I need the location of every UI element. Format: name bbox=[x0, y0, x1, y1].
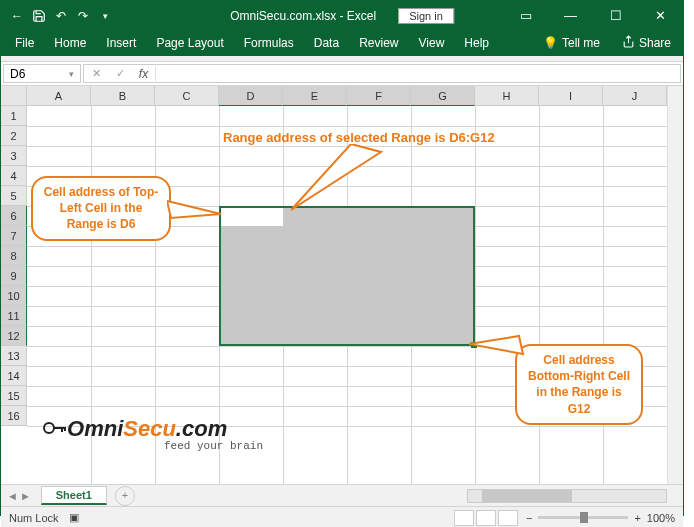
zoom-level[interactable]: 100% bbox=[647, 512, 675, 524]
active-cell bbox=[221, 208, 283, 226]
range-address-annotation: Range address of selected Range is D6:G1… bbox=[223, 130, 495, 145]
tab-page-layout[interactable]: Page Layout bbox=[146, 30, 233, 56]
formula-bar: D6 ▾ ✕ ✓ fx bbox=[1, 62, 683, 86]
col-header[interactable]: C bbox=[155, 86, 219, 106]
zoom-out-button[interactable]: − bbox=[526, 512, 532, 524]
share-button[interactable]: Share bbox=[639, 36, 671, 50]
document-title: OmniSecu.com.xlsx - Excel bbox=[230, 9, 376, 23]
status-bar: Num Lock ▣ − + 100% bbox=[1, 506, 683, 527]
row-header[interactable]: 12 bbox=[1, 326, 27, 346]
row-headers: 1 2 3 4 5 6 7 8 9 10 11 12 13 14 15 16 bbox=[1, 106, 27, 484]
col-header[interactable]: F bbox=[347, 86, 411, 106]
vertical-scrollbar[interactable] bbox=[667, 86, 683, 484]
row-header[interactable]: 15 bbox=[1, 386, 27, 406]
tab-insert[interactable]: Insert bbox=[96, 30, 146, 56]
col-header[interactable]: E bbox=[283, 86, 347, 106]
col-header[interactable]: B bbox=[91, 86, 155, 106]
share-icon bbox=[622, 35, 635, 51]
select-all-corner[interactable] bbox=[1, 86, 27, 106]
cancel-formula-icon[interactable]: ✕ bbox=[84, 67, 108, 80]
add-sheet-button[interactable]: + bbox=[115, 486, 135, 506]
sheet-next-icon[interactable]: ► bbox=[20, 490, 31, 502]
qat-dropdown-icon[interactable]: ▾ bbox=[97, 8, 113, 24]
arrow-left-icon[interactable]: ← bbox=[9, 8, 25, 24]
callout-tail-icon bbox=[291, 144, 391, 214]
bottomright-callout: Cell address Bottom-Right Cell in the Ra… bbox=[515, 344, 643, 425]
col-header[interactable]: I bbox=[539, 86, 603, 106]
row-header[interactable]: 14 bbox=[1, 366, 27, 386]
row-header[interactable]: 1 bbox=[1, 106, 27, 126]
signin-button[interactable]: Sign in bbox=[398, 8, 454, 24]
key-icon bbox=[43, 418, 67, 444]
maximize-button[interactable]: ☐ bbox=[593, 1, 638, 30]
tab-formulas[interactable]: Formulas bbox=[234, 30, 304, 56]
row-header[interactable]: 10 bbox=[1, 286, 27, 306]
zoom-in-button[interactable]: + bbox=[634, 512, 640, 524]
quick-access-toolbar: ← ↶ ↷ ▾ bbox=[1, 8, 113, 24]
view-pagelayout-button[interactable] bbox=[476, 510, 496, 526]
redo-icon[interactable]: ↷ bbox=[75, 8, 91, 24]
status-numlock: Num Lock bbox=[9, 512, 59, 524]
excel-window: ← ↶ ↷ ▾ OmniSecu.com.xlsx - Excel Sign i… bbox=[0, 0, 684, 516]
topleft-callout-text: Cell address of Top-Left Cell in the Ran… bbox=[44, 185, 158, 231]
topleft-callout: Cell address of Top-Left Cell in the Ran… bbox=[31, 176, 171, 241]
row-header[interactable]: 2 bbox=[1, 126, 27, 146]
tellme-button[interactable]: Tell me bbox=[562, 36, 600, 50]
svg-rect-4 bbox=[64, 427, 66, 431]
horizontal-scrollbar[interactable] bbox=[467, 489, 667, 503]
tab-view[interactable]: View bbox=[409, 30, 455, 56]
row-header[interactable]: 8 bbox=[1, 246, 27, 266]
view-normal-button[interactable] bbox=[454, 510, 474, 526]
logo-text-secu: Secu bbox=[123, 416, 176, 441]
row-header[interactable]: 9 bbox=[1, 266, 27, 286]
view-pagebreak-button[interactable] bbox=[498, 510, 518, 526]
ribbon-options-icon[interactable]: ▭ bbox=[503, 1, 548, 30]
name-box[interactable]: D6 ▾ bbox=[3, 64, 81, 83]
zoom-control: − + 100% bbox=[526, 512, 675, 524]
col-header[interactable]: D bbox=[219, 86, 283, 106]
row-header[interactable]: 3 bbox=[1, 146, 27, 166]
svg-rect-3 bbox=[61, 427, 63, 432]
col-header[interactable]: J bbox=[603, 86, 667, 106]
tab-data[interactable]: Data bbox=[304, 30, 349, 56]
name-box-value: D6 bbox=[10, 67, 25, 81]
callout-tail-icon bbox=[469, 332, 529, 362]
col-header[interactable]: A bbox=[27, 86, 91, 106]
bottomright-callout-text: Cell address Bottom-Right Cell in the Ra… bbox=[528, 353, 630, 416]
row-header[interactable]: 7 bbox=[1, 226, 27, 246]
chevron-down-icon[interactable]: ▾ bbox=[69, 69, 74, 79]
col-header[interactable]: G bbox=[411, 86, 475, 106]
fx-icon[interactable]: fx bbox=[132, 67, 156, 81]
sheet-prev-icon[interactable]: ◄ bbox=[7, 490, 18, 502]
close-button[interactable]: ✕ bbox=[638, 1, 683, 30]
column-headers: A B C D E F G H I J bbox=[27, 86, 667, 106]
formula-input[interactable] bbox=[160, 67, 680, 81]
zoom-slider[interactable] bbox=[538, 516, 628, 519]
sheet-tab-active[interactable]: Sheet1 bbox=[41, 486, 107, 505]
row-header[interactable]: 11 bbox=[1, 306, 27, 326]
title-bar: ← ↶ ↷ ▾ OmniSecu.com.xlsx - Excel Sign i… bbox=[1, 1, 683, 30]
svg-point-1 bbox=[44, 423, 54, 433]
minimize-button[interactable]: — bbox=[548, 1, 593, 30]
macro-record-icon[interactable]: ▣ bbox=[69, 511, 79, 524]
window-controls: ▭ — ☐ ✕ bbox=[503, 1, 683, 30]
logo-text-mni: mni bbox=[84, 416, 123, 441]
tab-home[interactable]: Home bbox=[44, 30, 96, 56]
save-icon[interactable] bbox=[31, 8, 47, 24]
tab-review[interactable]: Review bbox=[349, 30, 408, 56]
zoom-thumb[interactable] bbox=[580, 512, 588, 523]
omnisecu-logo: OmniSecu.com feed your brain bbox=[43, 416, 263, 452]
sheet-tab-bar: ◄ ► Sheet1 + bbox=[1, 484, 683, 506]
row-header[interactable]: 13 bbox=[1, 346, 27, 366]
row-header[interactable]: 5 bbox=[1, 186, 27, 206]
row-header[interactable]: 6 bbox=[1, 206, 27, 226]
enter-formula-icon[interactable]: ✓ bbox=[108, 67, 132, 80]
tab-file[interactable]: File bbox=[5, 30, 44, 56]
undo-icon[interactable]: ↶ bbox=[53, 8, 69, 24]
row-header[interactable]: 16 bbox=[1, 406, 27, 426]
spreadsheet-grid: A B C D E F G H I J 1 2 3 4 5 6 7 8 9 10… bbox=[1, 86, 683, 484]
tab-help[interactable]: Help bbox=[454, 30, 499, 56]
col-header[interactable]: H bbox=[475, 86, 539, 106]
row-header[interactable]: 4 bbox=[1, 166, 27, 186]
hscroll-thumb[interactable] bbox=[482, 490, 572, 502]
